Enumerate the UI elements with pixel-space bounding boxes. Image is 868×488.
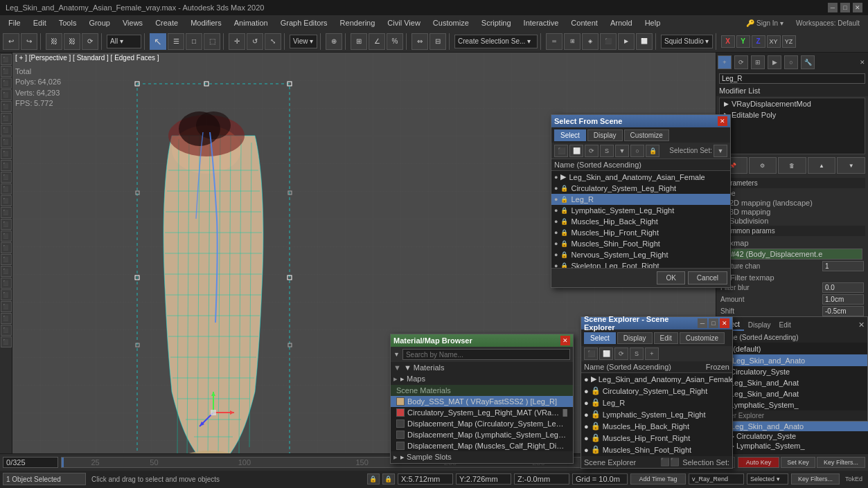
texmap-value[interactable]: p:#42 (Body_Displacement.e <box>722 248 862 260</box>
sidebar-btn-14[interactable]: ⬛ <box>1 207 12 218</box>
type-opt-3d[interactable]: 3D mapping <box>719 208 865 216</box>
modifier-delete-button[interactable]: 🗑 <box>778 157 806 174</box>
sidebar-btn-17[interactable]: ⬛ <box>1 242 12 253</box>
select-object-button[interactable]: ↖ <box>150 33 166 50</box>
select-rotate-button[interactable]: ↺ <box>247 33 263 50</box>
se-tab-select[interactable]: Select <box>584 332 616 344</box>
sidebar-btn-3[interactable]: ⬛ <box>1 78 12 89</box>
key-filters-bottom[interactable]: Key Filters... <box>791 473 840 485</box>
mb-search-input[interactable] <box>402 349 570 360</box>
se-minimize[interactable]: ─ <box>698 318 707 328</box>
se-item-muscles-back[interactable]: ● 🔒 Muscles_Hip_Back_Right <box>581 420 732 432</box>
sidebar-btn-23[interactable]: ⬛ <box>1 313 12 324</box>
se-item-circ[interactable]: ● 🔒 Circulatory_System_Leg_Right <box>581 385 732 397</box>
sidebar-btn-11[interactable]: ⬛ <box>1 172 12 183</box>
rpanel-tab-modify[interactable]: ⟳ <box>734 55 748 69</box>
le-close-button[interactable]: ✕ <box>856 320 867 329</box>
unlink-button[interactable]: ⛓ <box>64 33 80 50</box>
toked-label[interactable]: TokEd <box>842 476 865 482</box>
schematic-view-button[interactable]: ⊞ <box>564 33 581 50</box>
undo-button[interactable]: ↩ <box>3 33 19 50</box>
angle-snap-button[interactable]: ∠ <box>369 33 385 50</box>
maximize-button[interactable]: □ <box>840 3 850 12</box>
common-params-title[interactable]: Common params <box>719 226 865 236</box>
menu-customize[interactable]: Customize <box>427 17 475 28</box>
se-item-muscles-front[interactable]: ● 🔒 Muscles_Hip_Front_Right <box>581 432 732 444</box>
dlist-item-muscles-hip-front[interactable]: ● 🔒 Muscles_Hip_Front_Right <box>551 227 730 238</box>
dlist-item-root[interactable]: ● ▶ Leg_Skin_and_Anatomy_Asian_Female <box>551 171 730 183</box>
sidebar-btn-22[interactable]: ⬛ <box>1 301 12 312</box>
graph-editor-button[interactable]: ═ <box>546 33 563 50</box>
dlist-item-skeleton[interactable]: ● 🔒 Skeleton_Leg_Foot_Right <box>551 260 730 268</box>
le-item-leg-skin2[interactable]: Leg_Skin_and_Anat <box>716 377 867 388</box>
rect-selection-button[interactable]: □ <box>186 33 202 50</box>
se-tb-5[interactable]: + <box>645 347 659 360</box>
percent-snap-button[interactable]: % <box>387 33 403 50</box>
se-tb-3[interactable]: ⟳ <box>614 347 628 360</box>
rpanel-tab-hierarchy[interactable]: ⊞ <box>751 55 765 69</box>
set-key-button[interactable]: Set Key <box>781 457 815 468</box>
se-close[interactable]: ✕ <box>720 318 729 328</box>
render-frame-button[interactable]: ⬜ <box>636 33 653 50</box>
render-setup-button[interactable]: ⬛ <box>600 33 617 50</box>
select-dialog-list[interactable]: ● ▶ Leg_Skin_and_Anatomy_Asian_Female ● … <box>551 171 730 268</box>
select-move-button[interactable]: ✛ <box>229 33 245 50</box>
filter-blur-input[interactable] <box>822 282 864 293</box>
se-item-leg-r[interactable]: ● 🔒 Leg_R <box>581 397 732 408</box>
le-edit-tab[interactable]: Edit <box>775 320 795 330</box>
sidebar-btn-25[interactable]: ⬛ <box>1 336 12 347</box>
dtb-more[interactable]: ▼ <box>714 145 727 157</box>
sidebar-btn-8[interactable]: ⬛ <box>1 136 12 147</box>
mirror-button[interactable]: ⇔ <box>411 33 428 50</box>
se-maximize[interactable]: □ <box>709 318 718 328</box>
le-item-default[interactable]: ▶ 0 (default) <box>716 343 867 354</box>
menu-edit[interactable]: Edit <box>28 17 52 28</box>
align-button[interactable]: ⊟ <box>429 33 446 50</box>
filter-texmap-row[interactable]: Filter texmap <box>719 273 865 282</box>
key-filters-button[interactable]: Key Filters... <box>817 457 865 468</box>
select-dialog-close[interactable]: ✕ <box>718 116 727 126</box>
rpanel-tab-create[interactable]: + <box>718 55 732 69</box>
x-axis-button[interactable]: X <box>721 35 735 48</box>
mb-item-circ[interactable]: Circulatory_System_Leg_Right_MAT (VRayMt… <box>391 407 573 418</box>
modifier-moveup-button[interactable]: ▲ <box>808 157 836 174</box>
selection-filter-dropdown[interactable]: All ▾ <box>107 35 141 48</box>
dlist-item-circ[interactable]: ● 🔒 Circulatory_System_Leg_Right <box>551 183 730 194</box>
menu-views[interactable]: Views <box>117 17 148 28</box>
shift-input[interactable] <box>822 306 864 316</box>
menu-content[interactable]: Content <box>565 17 603 28</box>
add-time-tag-button[interactable]: Add Time Tag <box>630 473 686 485</box>
mb-maps-section[interactable]: ▸ ▸ Maps <box>391 373 573 385</box>
modifier-movedown-button[interactable]: ▼ <box>837 157 865 174</box>
texture-chan-input[interactable] <box>822 261 864 271</box>
dtb-all[interactable]: ⬛ <box>554 145 568 157</box>
sidebar-btn-2[interactable]: ⬛ <box>1 66 12 77</box>
le-item-circ[interactable]: Circulatory_Syste <box>716 366 867 377</box>
mb-item-disp-lymph[interactable]: Displacement_Map (Lymphatic_System_Leg_R… <box>391 429 573 440</box>
pivot-button[interactable]: ⊕ <box>326 33 342 50</box>
dtb-eye[interactable]: ○ <box>630 145 644 157</box>
z-axis-button[interactable]: Z <box>752 35 765 48</box>
minimize-button[interactable]: ─ <box>828 3 838 12</box>
menu-graph-editors[interactable]: Graph Editors <box>275 17 333 28</box>
menu-interactive[interactable]: Interactive <box>518 17 565 28</box>
se-tab-customize[interactable]: Customize <box>680 332 725 344</box>
mb-sample-slots-section[interactable]: ▸ ▸ Sample Slots <box>391 451 573 463</box>
menu-create[interactable]: Create <box>150 17 184 28</box>
sidebar-btn-4[interactable]: ⬛ <box>1 89 12 100</box>
type-opt-subdiv[interactable]: Subdivision <box>719 217 865 225</box>
rpanel-tab-utilities[interactable]: 🔧 <box>801 55 815 69</box>
le-display-tab[interactable]: Display <box>744 320 775 330</box>
dlist-item-lymph[interactable]: ● 🔒 Lymphatic_System_Leg_Right <box>551 205 730 216</box>
modifier-item-editable-poly[interactable]: ▶ Editable Poly <box>720 109 865 120</box>
sidebar-btn-5[interactable]: ⬛ <box>1 101 12 112</box>
select-link-button[interactable]: ⛓ <box>46 33 62 50</box>
se-tb-2[interactable]: ⬜ <box>599 347 613 360</box>
mb-close[interactable]: ✕ <box>560 336 570 345</box>
mb-scene-materials-label[interactable]: Scene Materials <box>391 385 573 396</box>
modifier-item-vray[interactable]: ▶ VRayDisplacementMod <box>720 98 865 109</box>
y-axis-button[interactable]: Y <box>736 35 750 48</box>
se-tb-4[interactable]: S <box>630 347 644 360</box>
se-tab-edit[interactable]: Edit <box>654 332 678 344</box>
menu-civil-view[interactable]: Civil View <box>382 17 425 28</box>
